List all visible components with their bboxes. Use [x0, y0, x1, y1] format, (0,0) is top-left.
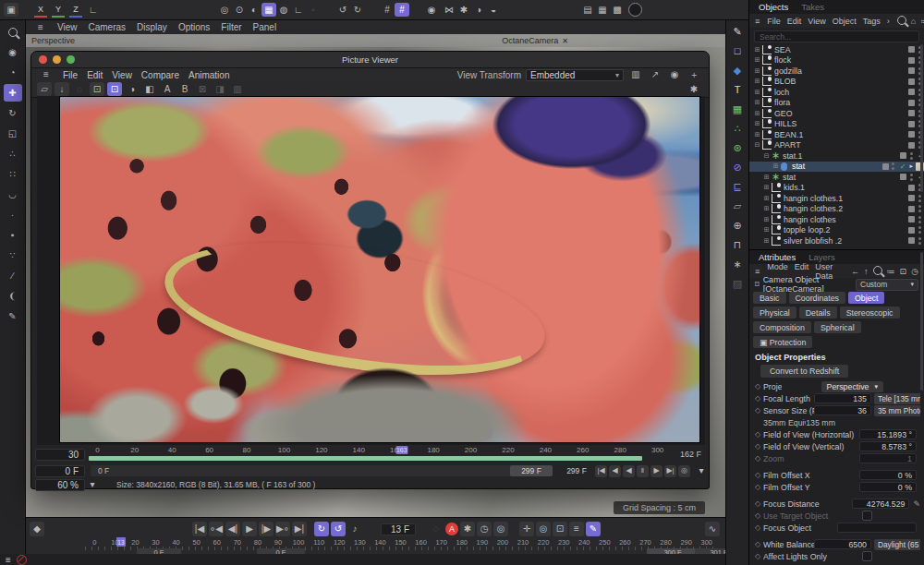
expand-icon[interactable]: ⊞	[762, 174, 771, 181]
expand-icon[interactable]: ⊞	[753, 56, 761, 64]
key-position-icon[interactable]: ✛	[519, 522, 534, 536]
cloner-icon[interactable]: ∴	[729, 121, 746, 137]
attr-dot-icon[interactable]: ◇	[755, 471, 763, 479]
set-a-button[interactable]: A	[160, 82, 175, 96]
picker-icon[interactable]: ✎	[913, 499, 920, 509]
fcurve-icon[interactable]: ∿	[705, 522, 720, 536]
loop-toggle-1[interactable]: ↺	[331, 522, 346, 536]
set-b-button[interactable]: B	[177, 82, 192, 96]
rotate-cw-icon[interactable]: ↻	[350, 3, 365, 17]
visibility-checkbox[interactable]	[908, 206, 915, 212]
attr-value-field[interactable]	[837, 523, 917, 533]
visibility-checkbox[interactable]	[908, 195, 915, 201]
menu-item-file[interactable]: File	[767, 17, 781, 26]
tool-icon-10[interactable]: ∵	[4, 246, 22, 264]
object-row[interactable]: ⊞flora	[749, 98, 924, 109]
pv-external-icon[interactable]: ↗	[648, 68, 663, 82]
transport-button-6[interactable]: ▶|	[292, 522, 307, 536]
transport-button-1[interactable]: ∘◀	[209, 522, 224, 536]
visibility-checkbox[interactable]	[908, 89, 915, 95]
visibility-checkbox[interactable]	[908, 185, 915, 191]
disabled-icon[interactable]: ▨	[729, 276, 746, 292]
attr-dot-icon[interactable]: ◇	[755, 430, 763, 439]
axis-mode-icon[interactable]: ∟	[291, 3, 306, 17]
attr-side-dropdown[interactable]: Daylight (65	[874, 539, 920, 550]
visibility-dots[interactable]	[918, 216, 921, 223]
visibility-checkbox[interactable]	[882, 163, 889, 170]
search-icon[interactable]	[897, 16, 906, 27]
object-row[interactable]: ⊞silver blobfish .2	[749, 235, 924, 246]
attr-value-field[interactable]: 0 %	[859, 470, 917, 480]
visibility-dots[interactable]	[918, 195, 921, 202]
attr-tab-composition[interactable]: Composition	[753, 321, 811, 333]
object-row[interactable]: ⊞∗stat✓	[749, 172, 924, 183]
objects-menu-icon[interactable]: ≡	[755, 17, 760, 26]
tool-icon-4[interactable]: ◱	[4, 125, 22, 142]
material-sphere-icon[interactable]: ◐	[247, 3, 261, 17]
render-view-icon[interactable]: ▤	[580, 3, 595, 17]
text-icon[interactable]: T	[729, 82, 746, 98]
menu-item-view[interactable]: View	[808, 17, 825, 26]
viewport-view-label[interactable]: Perspective	[31, 36, 75, 45]
menu-item-cameras[interactable]: Cameras	[89, 22, 127, 32]
tool-icon-7[interactable]: ◡	[4, 186, 22, 203]
attr-dot-icon[interactable]: ◇	[755, 483, 763, 491]
object-list-scrollbar[interactable]	[920, 44, 923, 192]
pv-zoom-caret-icon[interactable]: ▾	[85, 478, 100, 492]
attr-search-icon[interactable]	[873, 266, 882, 277]
tool-icon-9[interactable]: ▪	[4, 226, 22, 244]
visibility-dots[interactable]	[909, 152, 913, 160]
key-rotation-icon[interactable]: ⊡	[553, 522, 567, 536]
pv-transport-button-2[interactable]: ◀	[623, 465, 635, 477]
generator-icon[interactable]: ⊛	[729, 140, 746, 156]
transport-button-5[interactable]: ▶∘	[275, 522, 290, 536]
loop-toggle-0[interactable]: ↻	[314, 522, 329, 536]
attr-value-field[interactable]: 8.5783 °	[859, 441, 917, 451]
visibility-checkbox[interactable]	[908, 142, 915, 149]
expand-icon[interactable]: ⊞	[753, 78, 761, 85]
home-icon[interactable]: ⌂	[911, 17, 916, 26]
sphere-a-icon[interactable]: ◑	[471, 3, 486, 17]
pv-hand-icon[interactable]: ◉	[667, 68, 682, 82]
attr-dot-icon[interactable]: ◇	[755, 540, 763, 548]
tab-objects[interactable]: Objects	[759, 2, 788, 14]
pv-options-caret-icon[interactable]: ▾	[694, 464, 709, 478]
object-row[interactable]: ⊞BLOB	[749, 77, 924, 88]
attr-dot-icon[interactable]: ◇	[755, 442, 763, 451]
pv-transport-button-4[interactable]: ▶	[650, 465, 663, 477]
object-row[interactable]: ⊞loch	[749, 87, 924, 98]
visibility-checkbox[interactable]	[908, 227, 915, 234]
tool-icon-8[interactable]: ∙	[4, 206, 22, 223]
target-tool-icon[interactable]: ◎	[217, 3, 232, 17]
attr-dot-icon[interactable]: ◇	[755, 454, 763, 463]
pv-menu-icon[interactable]: ≡	[39, 68, 54, 82]
menu-item-filter[interactable]: Filter	[221, 22, 241, 32]
expand-icon[interactable]: ⊟	[753, 141, 761, 149]
status-menu-icon[interactable]: ≡	[6, 555, 11, 565]
pv-range-bar[interactable]: 0 F 299 F	[91, 465, 553, 476]
tool-icon-0[interactable]: ◉	[4, 43, 22, 61]
tool-icon-2[interactable]: ✚	[4, 84, 22, 102]
rotate-ccw-icon[interactable]: ↺	[335, 3, 350, 17]
transport-button-4[interactable]: |▶	[259, 522, 274, 536]
particles-icon[interactable]: ∗	[729, 257, 746, 272]
visibility-checkbox[interactable]	[908, 131, 915, 138]
attr-dot-icon[interactable]: ◇	[755, 406, 763, 415]
attr-value-field[interactable]: 15.1893 °	[859, 429, 917, 439]
align-tag-icon[interactable]: ▸	[909, 162, 913, 170]
pv-current-frame-field[interactable]: 299 F	[558, 466, 595, 475]
menu-item-animation[interactable]: Animation	[188, 70, 229, 80]
attr-tab-details[interactable]: Details	[799, 307, 837, 319]
object-row[interactable]: ⊟∗stat.1✓	[749, 150, 924, 162]
picture-viewer-titlebar[interactable]: Picture Viewer	[31, 52, 709, 68]
object-search-input[interactable]: Search...	[754, 30, 919, 42]
key-parameter-icon[interactable]: ≡	[569, 522, 584, 536]
attr-dot-icon[interactable]: ◇	[755, 511, 763, 520]
open-folder-icon[interactable]: ▱	[37, 82, 52, 96]
attr-tab-coordinates[interactable]: Coordinates	[789, 292, 845, 304]
visibility-dots[interactable]	[909, 174, 913, 181]
object-row[interactable]: ⊞HILLS	[749, 119, 924, 130]
workplane-icon[interactable]: ✱	[456, 3, 471, 17]
tool-icon-11[interactable]: ∕	[4, 267, 22, 284]
visibility-checkbox[interactable]	[908, 67, 915, 74]
